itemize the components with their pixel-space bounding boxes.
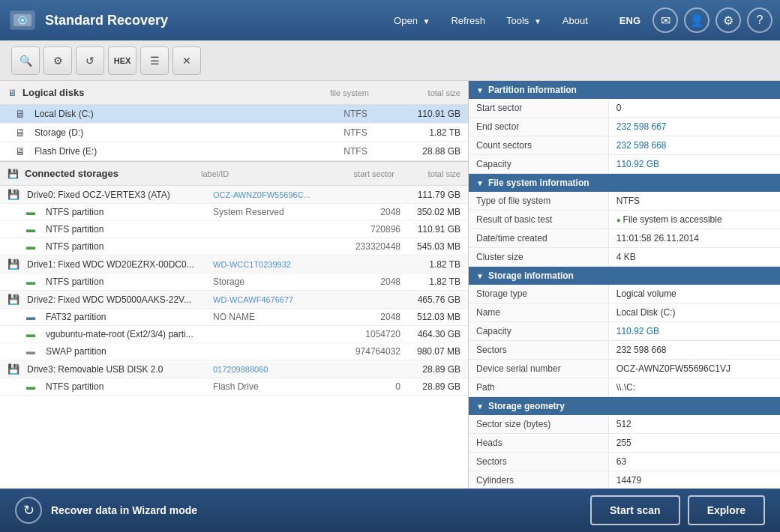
geo-row-3-value: 14479 xyxy=(609,471,780,489)
disk-c-icon: 🖥 xyxy=(15,108,30,120)
part-icon: ▬ xyxy=(26,276,41,287)
disk-item-d[interactable]: 🖥 Storage (D:) NTFS 1.82 TB xyxy=(0,124,468,142)
drive3-item: 💾 Drive3: Removable USB DISK 2.0 0172098… xyxy=(0,360,468,378)
partition-row-1-value: 232 598 667 xyxy=(609,118,780,136)
menu-open[interactable]: Open ▼ xyxy=(383,10,440,31)
part-icon: ▬ xyxy=(26,381,41,392)
fs-row-2-label: Date/time created xyxy=(469,229,609,247)
disk-e-name: Flash Drive (E:) xyxy=(34,146,310,157)
menu-about[interactable]: About xyxy=(552,10,598,31)
drive3-name: Drive3: Removable USB DISK 2.0 xyxy=(27,364,213,375)
drive0-name: Drive0: Fixed OCZ-VERTEX3 (ATA) xyxy=(27,190,213,200)
disk-d-fs: NTFS xyxy=(310,127,400,138)
stor-row-4-value: OCZ-AWNZ0FW55696C1VJ xyxy=(609,360,780,378)
user-icon-btn[interactable]: 👤 xyxy=(684,7,710,33)
disk-e-icon: 🖥 xyxy=(15,145,30,157)
list-tool-btn[interactable]: ☰ xyxy=(140,46,169,75)
disk-item-e[interactable]: 🖥 Flash Drive (E:) NTFS 28.88 GB xyxy=(0,142,468,161)
close-tool-btn[interactable]: ✕ xyxy=(172,46,201,75)
collapse-icon[interactable]: ▼ xyxy=(476,402,484,411)
start-scan-button[interactable]: Start scan xyxy=(590,495,680,525)
menu-refresh[interactable]: Refresh xyxy=(440,10,496,31)
logical-disks-title: Logical disks xyxy=(22,87,298,98)
drive0-part2-name: NTFS partition xyxy=(46,241,213,252)
drive2-part1[interactable]: ▬ vgubuntu-mate-root (Ext2/3/4) parti...… xyxy=(0,326,468,343)
drive3-part0[interactable]: ▬ NTFS partition Flash Drive 0 28.89 GB xyxy=(0,378,468,396)
drive2-part2-sector: 974764032 xyxy=(326,346,400,357)
geometry-info-title: Storage geometry xyxy=(488,401,565,411)
header-right: ENG ✉ 👤 ⚙ ? xyxy=(614,7,772,33)
drive3-icon: 💾 xyxy=(8,363,22,375)
drive1-id: WD-WCC1T0239932 xyxy=(213,260,326,269)
geo-row-3-label: Cylinders xyxy=(469,471,609,489)
stor-row-2: Capacity 110.92 GB xyxy=(469,322,780,341)
fs-row-3: Cluster size 4 KB xyxy=(469,248,780,267)
settings-tool-btn[interactable]: ⚙ xyxy=(44,46,72,75)
filesystem-info-header: ▼ File system information xyxy=(469,174,780,192)
collapse-icon[interactable]: ▼ xyxy=(476,179,484,187)
stor-row-3: Sectors 232 598 668 xyxy=(469,341,780,360)
right-panel: ▼ Partition information Start sector 0 E… xyxy=(469,81,780,489)
part-icon: ▬ xyxy=(26,207,41,217)
drive1-name: Drive1: Fixed WDC WD20EZRX-00DC0... xyxy=(27,259,213,270)
drive3-part0-size: 28.89 GB xyxy=(400,381,460,392)
disk-c-size: 110.91 GB xyxy=(400,109,460,119)
drive2-item: 💾 Drive2: Fixed WDC WD5000AAKS-22V... WD… xyxy=(0,291,468,309)
partition-row-0: Start sector 0 xyxy=(469,99,780,118)
drive2-name: Drive2: Fixed WDC WD5000AAKS-22V... xyxy=(27,294,213,305)
partition-row-2: Count sectors 232 598 668 xyxy=(469,136,780,155)
drive0-part1-sector: 720896 xyxy=(326,224,400,235)
app-logo xyxy=(8,5,38,35)
partition-info-title: Partition information xyxy=(488,85,577,95)
explore-button[interactable]: Explore xyxy=(688,495,765,525)
disk-d-name: Storage (D:) xyxy=(34,127,310,138)
refresh-tool-btn[interactable]: ↺ xyxy=(76,46,104,75)
stor-row-5-label: Path xyxy=(469,378,609,396)
stor-row-3-label: Sectors xyxy=(469,341,609,359)
logical-disks-header: 🖥 Logical disks file system total size xyxy=(0,81,468,105)
logical-disks-size-col: total size xyxy=(400,88,460,97)
drive0-part2-size: 545.03 MB xyxy=(400,241,460,252)
drive1-part0-label: Storage xyxy=(213,276,326,287)
drive1-size: 1.82 TB xyxy=(400,259,460,270)
hex-tool-btn[interactable]: HEX xyxy=(108,46,136,75)
drive0-part0-sector: 2048 xyxy=(326,207,400,217)
disk-item-c[interactable]: 🖥 Local Disk (C:) NTFS 110.91 GB xyxy=(0,105,468,124)
drive2-icon: 💾 xyxy=(8,294,22,305)
part-icon: ▬ xyxy=(26,312,41,322)
fs-row-1-label: Result of basic test xyxy=(469,211,609,229)
geometry-info-header: ▼ Storage geometry xyxy=(469,397,780,415)
filesystem-info-title: File system information xyxy=(488,178,590,188)
stor-row-5-value: \\.\C: xyxy=(609,378,780,396)
drive2-part2-size: 980.07 MB xyxy=(400,346,460,357)
drive0-part2[interactable]: ▬ NTFS partition 233320448 545.03 MB xyxy=(0,238,468,256)
drive0-part2-sector: 233320448 xyxy=(326,241,400,252)
drive0-part1[interactable]: ▬ NTFS partition 720896 110.91 GB xyxy=(0,221,468,238)
drive0-part1-size: 110.91 GB xyxy=(400,224,460,235)
drive2-part0[interactable]: ▬ FAT32 partition NO NAME 2048 512.03 MB xyxy=(0,309,468,326)
drive0-icon: 💾 xyxy=(8,189,22,200)
stor-row-0: Storage type Logical volume xyxy=(469,285,780,303)
collapse-icon[interactable]: ▼ xyxy=(476,272,484,280)
stor-row-2-label: Capacity xyxy=(469,322,609,340)
drive1-part0[interactable]: ▬ NTFS partition Storage 2048 1.82 TB xyxy=(0,273,468,291)
drive2-id: WD-WCAWF4676677 xyxy=(213,295,326,304)
drive3-id: 017209888060 xyxy=(213,365,326,374)
menu-tools[interactable]: Tools ▼ xyxy=(496,10,552,31)
search-tool-btn[interactable]: 🔍 xyxy=(11,46,40,75)
stor-row-3-value: 232 598 668 xyxy=(609,341,780,359)
connected-storages-header: 💾 Connected storages label/ID start sect… xyxy=(0,161,468,186)
drive3-size: 28.89 GB xyxy=(400,364,460,375)
fs-row-0-value: NTFS xyxy=(609,192,780,210)
fs-row-2: Date/time created 11:01:58 26.11.2014 xyxy=(469,229,780,248)
geo-row-2-value: 63 xyxy=(609,453,780,471)
settings-icon-btn[interactable]: ⚙ xyxy=(716,7,741,33)
drive2-part2[interactable]: ▬ SWAP partition 974764032 980.07 MB xyxy=(0,343,468,360)
drive2-part1-name: vgubuntu-mate-root (Ext2/3/4) parti... xyxy=(46,329,213,339)
message-icon-btn[interactable]: ✉ xyxy=(652,7,678,33)
collapse-icon[interactable]: ▼ xyxy=(476,86,484,94)
drive0-part0[interactable]: ▬ NTFS partition System Reserved 2048 35… xyxy=(0,204,468,221)
main-content: 🖥 Logical disks file system total size 🖥… xyxy=(0,81,780,489)
language-selector[interactable]: ENG xyxy=(614,12,646,29)
help-icon-btn[interactable]: ? xyxy=(747,7,772,33)
